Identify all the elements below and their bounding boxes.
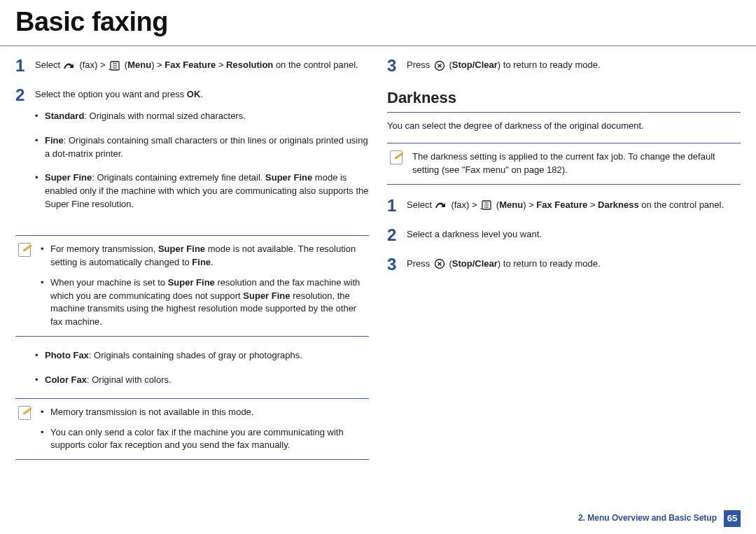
page-number: 65 [724, 510, 741, 527]
text: Super Fine [168, 277, 215, 288]
text: ) > [523, 199, 536, 210]
right-step-1: 1 Select (fax) > (Menu) > Fax Feature > … [387, 197, 741, 214]
text: on the control panel. [639, 199, 724, 210]
text: Fax Feature [164, 59, 216, 70]
page-footer: 2. Menu Overview and Basic Setup 65 [578, 510, 741, 527]
step-text: Press (Stop/Clear) to return to ready mo… [407, 57, 741, 74]
text: Menu [127, 59, 151, 70]
step-text: Select a darkness level you want. [407, 227, 741, 244]
text: Stop/Clear [452, 59, 498, 70]
label: Super Fine [265, 172, 312, 183]
fax-icon [63, 61, 77, 71]
text: . [211, 257, 214, 267]
left-step-2: 2 Select the option you want and press O… [15, 87, 369, 223]
note-item: You can only send a color fax if the mac… [50, 426, 363, 453]
note-icon [390, 150, 405, 166]
text: (fax) > [451, 199, 479, 210]
step-number: 1 [387, 197, 400, 214]
text: ) > [151, 59, 164, 70]
text: : Original with colors. [87, 374, 172, 385]
text: Fine [192, 257, 211, 267]
right-step-3: 3 Press (Stop/Clear) to return to ready … [387, 256, 741, 273]
right-column: 3 Press (Stop/Clear) to return to ready … [387, 57, 741, 472]
label: Standard [45, 111, 84, 121]
note-body: The darkness setting is applied to the c… [412, 150, 735, 177]
darkness-intro: You can select the degree of darkness of… [387, 120, 741, 133]
text: For memory transmission, [50, 244, 158, 254]
option-standard: Standard: Originals with normal sized ch… [45, 110, 369, 123]
darkness-note: The darkness setting is applied to the c… [387, 143, 741, 185]
text: on the control panel. [273, 59, 358, 70]
text: ) to return to ready mode. [498, 59, 601, 70]
menu-icon [479, 200, 493, 210]
text: > [587, 199, 598, 210]
chapter-label: 2. Menu Overview and Basic Setup [578, 512, 717, 524]
left-step-1: 1 Select (fax) > (Menu) > Fax Feature > … [15, 57, 369, 74]
menu-icon [108, 61, 122, 71]
text: Press [407, 258, 433, 269]
text: : Originals with normal sized characters… [84, 111, 245, 121]
option-super-fine: Super Fine: Originals containing extreme… [45, 171, 369, 211]
step-number: 3 [387, 57, 400, 74]
text: > [216, 59, 226, 70]
text: ) to return to ready mode. [498, 258, 601, 269]
text: Resolution [226, 59, 273, 70]
options-list: Standard: Originals with normal sized ch… [35, 110, 369, 211]
note-item: When your machine is set to Super Fine r… [50, 276, 363, 329]
text: Darkness [598, 199, 639, 210]
step-text: Select the option you want and press OK.… [35, 87, 369, 223]
text: : Originals containing shades of gray or… [89, 350, 302, 360]
label: Super Fine [45, 172, 92, 183]
step-number: 1 [15, 57, 28, 74]
label: Fine [45, 135, 64, 146]
text: (fax) > [79, 59, 108, 70]
note-box-1: For memory transmission, Super Fine mode… [15, 235, 369, 337]
note-icon [18, 406, 34, 421]
text: Select [407, 199, 435, 210]
note-box-2: Memory transmission is not available in … [15, 398, 369, 461]
stop-clear-icon [433, 61, 447, 71]
text: Press [407, 59, 433, 70]
subheading-darkness: Darkness [387, 87, 741, 113]
text: Super Fine [158, 244, 205, 254]
step-text: Select (fax) > (Menu) > Fax Feature > Re… [35, 57, 369, 74]
text: Super Fine [243, 290, 290, 301]
content-columns: 1 Select (fax) > (Menu) > Fax Feature > … [0, 46, 756, 472]
text: When your machine is set to [50, 277, 168, 288]
stop-clear-icon [433, 259, 447, 269]
text: Stop/Clear [452, 258, 498, 269]
text: : Originals containing small characters … [45, 135, 368, 159]
left-column: 1 Select (fax) > (Menu) > Fax Feature > … [15, 57, 369, 472]
text: : Originals containing extremely fine de… [92, 172, 265, 183]
option-photo-fax: Photo Fax: Originals containing shades o… [45, 349, 369, 363]
text: Menu [499, 199, 523, 210]
text: Fax Feature [536, 199, 587, 210]
right-step-3-top: 3 Press (Stop/Clear) to return to ready … [387, 57, 741, 74]
option-color-fax: Color Fax: Original with colors. [45, 374, 369, 387]
text: Select [35, 59, 63, 70]
note-list: For memory transmission, Super Fine mode… [41, 243, 363, 329]
note-list: Memory transmission is not available in … [41, 406, 363, 453]
step-number: 2 [387, 227, 400, 244]
page-title: Basic faxing [0, 0, 756, 46]
step-text: Select (fax) > (Menu) > Fax Feature > Da… [407, 197, 741, 214]
right-step-2: 2 Select a darkness level you want. [387, 227, 741, 244]
note-item: Memory transmission is not available in … [50, 406, 363, 419]
label: Color Fax [45, 374, 87, 385]
step-text: Press (Stop/Clear) to return to ready mo… [407, 256, 741, 273]
label: Photo Fax [45, 350, 89, 360]
step-number: 3 [387, 256, 400, 273]
option-fine: Fine: Originals containing small charact… [45, 134, 369, 161]
fax-icon [435, 200, 449, 210]
note-item: For memory transmission, Super Fine mode… [50, 243, 363, 269]
text: Select the option you want and press [35, 89, 187, 99]
note-icon [18, 243, 34, 258]
text: . [200, 89, 203, 99]
step-number: 2 [15, 87, 28, 223]
text: OK [187, 89, 201, 99]
options-list-2: Photo Fax: Originals containing shades o… [15, 349, 369, 387]
